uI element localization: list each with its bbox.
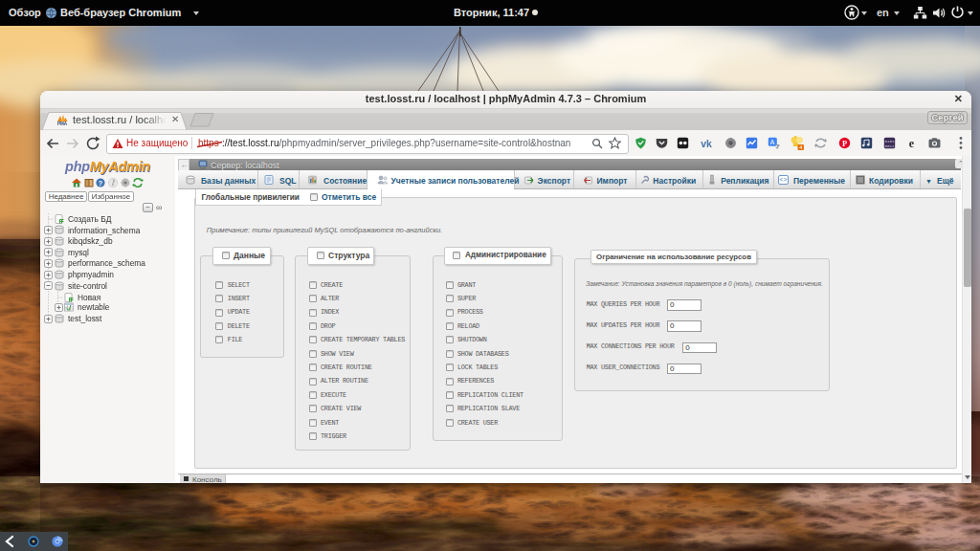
svg-text:0011: 0011: [884, 144, 895, 148]
svg-text:A: A: [770, 139, 775, 145]
svg-text:<>: <>: [779, 177, 787, 184]
svg-text:0101: 0101: [884, 140, 895, 143]
svg-text:4: 4: [799, 144, 802, 150]
svg-text:PMA: PMA: [57, 121, 68, 126]
svg-text:e: e: [909, 137, 915, 149]
svg-text:vk: vk: [701, 138, 712, 149]
svg-text:P: P: [842, 139, 847, 148]
